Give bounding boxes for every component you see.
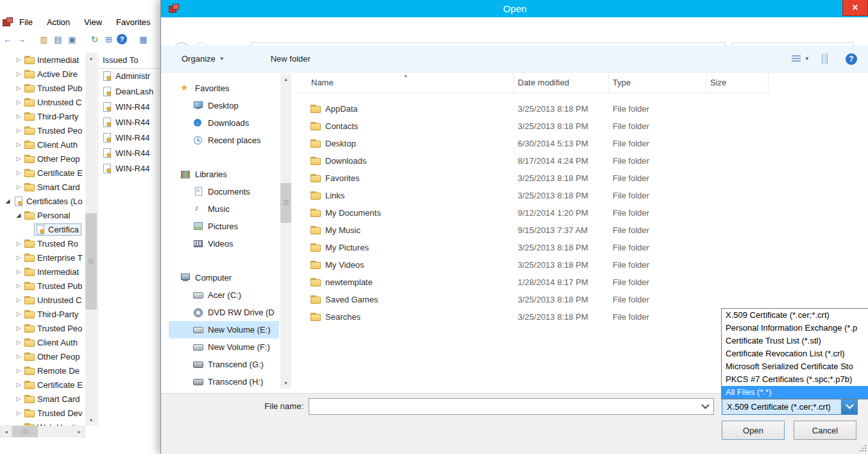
file-type-option[interactable]: Microsoft Serialized Certificate Sto — [722, 360, 868, 373]
tree-item[interactable]: Active Dire — [0, 67, 85, 81]
sidebar-item[interactable]: Downloads — [169, 114, 279, 132]
expand-arrow-icon[interactable] — [14, 81, 23, 95]
open-button[interactable]: Open — [722, 421, 785, 440]
tree-item[interactable]: Third-Party — [0, 109, 85, 123]
expand-arrow-icon[interactable] — [14, 208, 23, 222]
expand-arrow-icon[interactable] — [14, 293, 23, 307]
expand-arrow-icon[interactable] — [14, 123, 23, 137]
forward-icon[interactable]: → — [15, 33, 28, 46]
scroll-down-icon[interactable]: ▾ — [280, 378, 291, 389]
file-name-dropdown-icon[interactable] — [697, 399, 713, 414]
certificate-row[interactable]: DeanLash — [98, 83, 161, 99]
new-folder-button[interactable]: New folder — [271, 54, 311, 64]
tree-item[interactable]: Trusted Peo — [0, 321, 85, 335]
expand-arrow-icon[interactable] — [14, 363, 23, 378]
sidebar-item[interactable]: New Volume (E:) — [169, 321, 279, 338]
close-button[interactable]: × — [842, 0, 868, 16]
tree-item[interactable]: Web Hostin — [0, 420, 85, 426]
scrollbar-thumb[interactable] — [85, 213, 97, 310]
cancel-button[interactable]: Cancel — [794, 421, 856, 440]
expand-arrow-icon[interactable] — [14, 109, 23, 123]
My Music[interactable]: My Music 9/15/2013 7:37 AM File folder — [296, 222, 769, 239]
menu-item[interactable]: View — [84, 17, 102, 27]
expand-arrow-icon[interactable] — [14, 378, 23, 392]
file-type-option[interactable]: PKCS #7 Certificates (*.spc;*.p7b) — [722, 373, 868, 386]
tree-item[interactable]: Other Peop — [0, 152, 85, 166]
change-view-button[interactable]: ▼ — [791, 55, 810, 63]
organize-button[interactable]: Organize ▼ — [182, 54, 225, 64]
scrollbar-thumb[interactable] — [12, 426, 38, 437]
sidebar-item[interactable]: Computer — [169, 269, 279, 286]
expand-arrow-icon[interactable] — [14, 53, 23, 67]
expand-arrow-icon[interactable] — [14, 406, 23, 420]
My Documents[interactable]: My Documents 9/12/2014 1:20 PM File fold… — [296, 204, 769, 222]
tree-item[interactable]: Untrusted C — [0, 293, 85, 307]
expand-arrow-icon[interactable] — [14, 152, 23, 166]
tree-item[interactable]: Trusted Pub — [0, 279, 85, 293]
file-type-option[interactable]: Certificate Trust List (*.stl) — [722, 335, 868, 347]
scroll-left-icon[interactable]: ◂ — [0, 426, 12, 437]
help-button[interactable]: ? — [846, 53, 857, 65]
column-header[interactable]: Type — [609, 73, 706, 92]
expand-arrow-icon[interactable] — [14, 137, 23, 152]
show-tree-icon[interactable]: ▥ — [38, 33, 50, 46]
sidebar-item[interactable]: Favorites — [169, 80, 279, 97]
expand-arrow-icon[interactable] — [14, 95, 23, 109]
sidebar-item[interactable]: DVD RW Drive (D — [169, 304, 279, 321]
tree-item[interactable]: Trusted Peo — [0, 123, 85, 137]
view-grid-icon[interactable]: ▦ — [137, 33, 149, 46]
expand-arrow-icon[interactable] — [14, 321, 23, 335]
issued-to-header[interactable]: Issued To — [98, 53, 161, 69]
tree-item[interactable]: Certificate E — [0, 378, 85, 392]
expand-arrow-icon[interactable] — [14, 392, 23, 406]
Downloads[interactable]: Downloads 8/17/2014 4:24 PM File folder — [296, 152, 769, 170]
column-header[interactable]: Size — [706, 73, 769, 92]
certificate-row[interactable]: WIN-R44 — [98, 114, 161, 130]
export-list-icon[interactable]: ▤ — [52, 33, 64, 46]
expand-arrow-icon[interactable] — [14, 335, 23, 349]
expand-arrow-icon[interactable] — [14, 265, 23, 279]
Saved Games[interactable]: Saved Games 3/25/2013 8:18 PM File folde… — [296, 291, 769, 308]
expand-arrow-icon[interactable] — [3, 194, 12, 208]
file-type-option[interactable]: X.509 Certificate (*.cer;*.crt) — [722, 309, 868, 322]
certificate-row[interactable]: WIN-R44 — [98, 99, 161, 114]
sidebar-item[interactable]: Transcend (G:) — [169, 356, 279, 373]
certificate-row[interactable]: WIN-R44 — [98, 161, 161, 176]
expand-arrow-icon[interactable] — [14, 420, 23, 426]
My Videos[interactable]: My Videos 3/25/2013 8:18 PM File folder — [296, 256, 769, 274]
window-icon[interactable]: ⊞ — [103, 33, 115, 46]
scroll-down-icon[interactable]: ▾ — [85, 415, 97, 426]
tree-item[interactable]: Third-Party — [0, 307, 85, 321]
refresh-icon[interactable]: ↻ — [89, 33, 101, 46]
AppData[interactable]: AppData 3/25/2013 8:18 PM File folder — [296, 100, 769, 118]
Contacts[interactable]: Contacts 3/25/2013 8:18 PM File folder — [296, 118, 769, 135]
properties-icon[interactable]: ▣ — [66, 33, 78, 46]
file-type-option[interactable]: Certificate Revocation List (*.crl) — [722, 347, 868, 360]
sidebar-item[interactable]: Music — [169, 200, 279, 218]
sidebar-item[interactable]: Transcend (H:) — [169, 373, 279, 390]
tree-item[interactable]: Trusted Ro — [0, 236, 85, 250]
sidebar-item[interactable]: Documents — [169, 183, 279, 200]
certificate-row[interactable]: WIN-R44 — [98, 145, 161, 161]
preview-pane-button[interactable] — [826, 54, 828, 64]
tree-item[interactable]: Remote De — [0, 363, 85, 378]
expand-arrow-icon[interactable] — [14, 279, 23, 293]
tree-horizontal-scrollbar[interactable]: ◂ ▸ — [0, 426, 85, 437]
file-type-option[interactable]: Personal Information Exchange (*.p — [722, 322, 868, 335]
file-name-input[interactable] — [309, 399, 697, 414]
scroll-up-icon[interactable]: ▴ — [280, 74, 291, 85]
expand-arrow-icon[interactable] — [14, 250, 23, 265]
expand-arrow-icon[interactable] — [14, 166, 23, 180]
scrollbar-thumb[interactable] — [280, 183, 291, 223]
sidebar-item[interactable]: Acer (C:) — [169, 286, 279, 304]
tree-item[interactable]: Intermediat — [0, 265, 85, 279]
file-type-combo[interactable]: X.509 Certificate (*.cer;*.crt) — [722, 398, 858, 415]
menu-item[interactable]: Action — [47, 17, 70, 27]
Desktop[interactable]: Desktop 6/30/2014 5:13 PM File folder — [296, 135, 769, 152]
resize-grip[interactable] — [858, 444, 866, 451]
tree-item[interactable]: Client Auth — [0, 137, 85, 152]
sidebar-scrollbar[interactable]: ▴ ▾ — [280, 74, 291, 389]
menu-item[interactable]: Favorites — [116, 17, 150, 27]
scroll-up-icon[interactable]: ▴ — [85, 53, 97, 64]
tree-item[interactable]: Client Auth — [0, 335, 85, 349]
